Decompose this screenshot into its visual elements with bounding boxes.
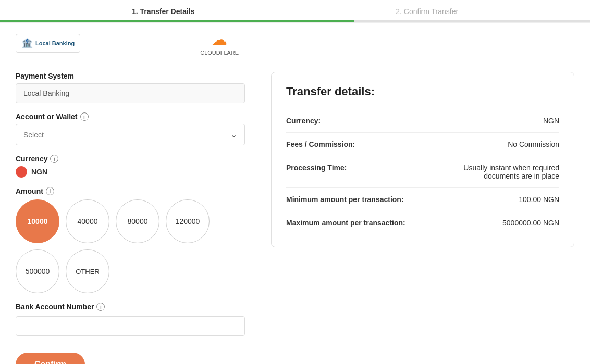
cloudflare-text: CLOUDFLARE bbox=[200, 49, 239, 56]
cloudflare-logo: ☁ CLOUDFLARE bbox=[200, 30, 239, 56]
progress-bar-fill bbox=[0, 20, 354, 22]
detail-value: 100.00 NGN bbox=[519, 195, 559, 204]
amount-buttons: 100004000080000120000500000OTHER bbox=[16, 199, 255, 293]
bank-icon: 🏦 bbox=[21, 37, 33, 49]
currency-section: Currency i NGN bbox=[16, 155, 255, 178]
account-wallet-section: Account or Wallet i Select ⌄ bbox=[16, 112, 255, 145]
detail-label: Maximum amount per transaction: bbox=[286, 219, 405, 227]
transfer-details-panel: Transfer details: Currency:NGNFees / Com… bbox=[271, 72, 574, 247]
detail-row: Maximum amount per transaction:5000000.0… bbox=[286, 211, 559, 234]
progress-bar-container bbox=[0, 20, 590, 22]
account-wallet-label: Account or Wallet i bbox=[16, 112, 255, 121]
local-banking-logo: 🏦 Local Banking bbox=[16, 34, 80, 53]
amount-btn-10000[interactable]: 10000 bbox=[16, 199, 59, 243]
step2-label: 2. Confirm Transfer bbox=[396, 7, 458, 16]
currency-dot bbox=[16, 166, 27, 178]
account-wallet-info-icon[interactable]: i bbox=[80, 112, 89, 121]
step1-label: 1. Transfer Details bbox=[132, 7, 195, 16]
currency-label: Currency i bbox=[16, 155, 255, 163]
bank-account-section: Bank Account Number i bbox=[16, 303, 255, 336]
detail-label: Currency: bbox=[286, 117, 370, 125]
header: 1. Transfer Details 2. Confirm Transfer bbox=[0, 0, 590, 23]
main-content: Payment System Local Banking Account or … bbox=[0, 61, 590, 364]
amount-btn-other[interactable]: OTHER bbox=[66, 249, 109, 293]
detail-value: NGN bbox=[543, 117, 559, 125]
payment-system-label: Payment System bbox=[16, 72, 255, 80]
detail-row: Processing Time:Usually instant when req… bbox=[286, 156, 559, 187]
amount-btn-120000[interactable]: 120000 bbox=[166, 199, 210, 243]
detail-row: Minimum amount per transaction:100.00 NG… bbox=[286, 187, 559, 211]
select-placeholder: Select bbox=[23, 131, 44, 139]
bank-account-label: Bank Account Number i bbox=[16, 303, 255, 311]
payment-system-section: Payment System Local Banking bbox=[16, 72, 255, 103]
confirm-button[interactable]: Confirm bbox=[16, 353, 85, 364]
currency-info-icon[interactable]: i bbox=[50, 155, 58, 163]
logos-row: 🏦 Local Banking ☁ CLOUDFLARE bbox=[0, 23, 590, 61]
amount-section: Amount i 100004000080000120000500000OTHE… bbox=[16, 187, 255, 293]
bank-account-info-icon[interactable]: i bbox=[96, 303, 105, 311]
amount-label: Amount i bbox=[16, 187, 255, 195]
amount-btn-500000[interactable]: 500000 bbox=[16, 249, 59, 293]
detail-value: No Commission bbox=[508, 140, 559, 148]
local-banking-text: Local Banking bbox=[35, 40, 75, 46]
form-panel: Payment System Local Banking Account or … bbox=[16, 72, 271, 364]
payment-system-value: Local Banking bbox=[16, 83, 245, 103]
detail-value: 5000000.00 NGN bbox=[502, 219, 559, 227]
detail-row: Fees / Commission:No Commission bbox=[286, 132, 559, 156]
amount-btn-80000[interactable]: 80000 bbox=[116, 199, 159, 243]
detail-label: Processing Time: bbox=[286, 164, 370, 172]
currency-row: NGN bbox=[16, 166, 255, 178]
detail-row: Currency:NGN bbox=[286, 109, 559, 132]
detail-label: Minimum amount per transaction: bbox=[286, 195, 404, 204]
chevron-down-icon: ⌄ bbox=[230, 130, 237, 140]
bank-account-input[interactable] bbox=[16, 316, 245, 336]
amount-btn-40000[interactable]: 40000 bbox=[66, 199, 109, 243]
cloudflare-icon: ☁ bbox=[212, 30, 227, 48]
detail-value: Usually instant when required documents … bbox=[445, 164, 559, 180]
detail-label: Fees / Commission: bbox=[286, 140, 370, 148]
currency-value: NGN bbox=[31, 168, 47, 176]
steps-row: 1. Transfer Details 2. Confirm Transfer bbox=[0, 5, 590, 20]
amount-info-icon[interactable]: i bbox=[46, 187, 54, 195]
transfer-details-title: Transfer details: bbox=[286, 85, 559, 98]
transfer-details-rows: Currency:NGNFees / Commission:No Commiss… bbox=[286, 109, 559, 234]
account-wallet-select[interactable]: Select ⌄ bbox=[16, 124, 245, 145]
